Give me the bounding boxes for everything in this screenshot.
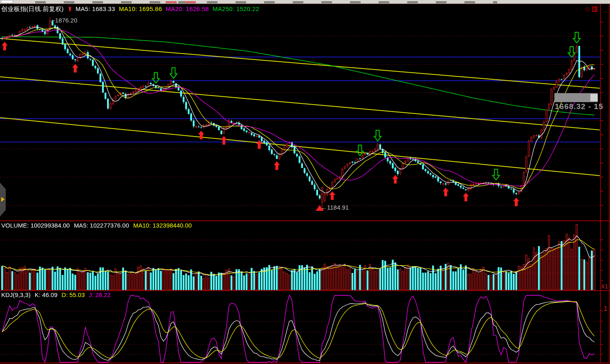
kdj-name: KDJ(9,3,3) — [1, 291, 31, 298]
kdj-k-value: K: 46.09 — [35, 291, 58, 298]
kdj-axis-scale-digit: 1 — [604, 305, 608, 313]
expand-arrow-icon — [1, 197, 4, 202]
diamond-icon[interactable]: ◇ — [585, 5, 590, 13]
ma10-value: MA10: 1695.86 — [119, 5, 162, 12]
stock-chart-window: 创业板指(日线.前复权)⬆MA5: 1683.33MA10: 1695.86MA… — [0, 0, 610, 364]
menubar-quote-up-fragment — [166, 1, 177, 3]
price-tag-label: 1668.32 - 15 — [555, 102, 603, 111]
split-window-icon[interactable] — [592, 7, 597, 12]
menubar-logo-box[interactable] — [1, 0, 13, 3]
instrument-title: 创业板指(日线.前复权) — [1, 5, 64, 12]
trough-price-annotation: ←1184.91 — [321, 204, 349, 211]
peak-price-annotation: ~1876.20 — [52, 17, 77, 24]
price-up-arrow-icon: ⬆ — [67, 5, 73, 12]
top-menubar[interactable] — [0, 0, 610, 4]
split-window-icon-bar — [595, 7, 596, 11]
ma5-value: MA5: 1683.33 — [76, 5, 115, 12]
ma250-value: MA250: 1520.22 — [213, 5, 259, 12]
volume-ma10-value: MA10: 132398440.00 — [133, 222, 192, 229]
volume-value: VOLUME: 100299384.00 — [1, 222, 70, 229]
price-tag-cap — [590, 94, 598, 101]
volume-ma5-value: MA5: 102277376.00 — [74, 222, 129, 229]
chart-canvas[interactable] — [0, 0, 610, 364]
volume-axis-multiplier: X1 — [601, 283, 608, 290]
volume-panel-header: VOLUME: 100299384.00MA5: 102277376.00MA1… — [1, 222, 196, 229]
kdj-j-value: J: 28.22 — [89, 291, 110, 298]
price-panel-header: 创业板指(日线.前复权)⬆MA5: 1683.33MA10: 1695.86MA… — [1, 5, 263, 13]
menubar-text-fragments — [35, 1, 497, 3]
kdj-panel-header: KDJ(9,3,3)K: 46.09D: 55.03J: 28.22 — [1, 291, 115, 298]
ma20-value: MA20: 1626.58 — [166, 5, 209, 12]
menubar-quote-fragment — [185, 1, 196, 3]
kdj-d-value: D: 55.03 — [62, 291, 85, 298]
